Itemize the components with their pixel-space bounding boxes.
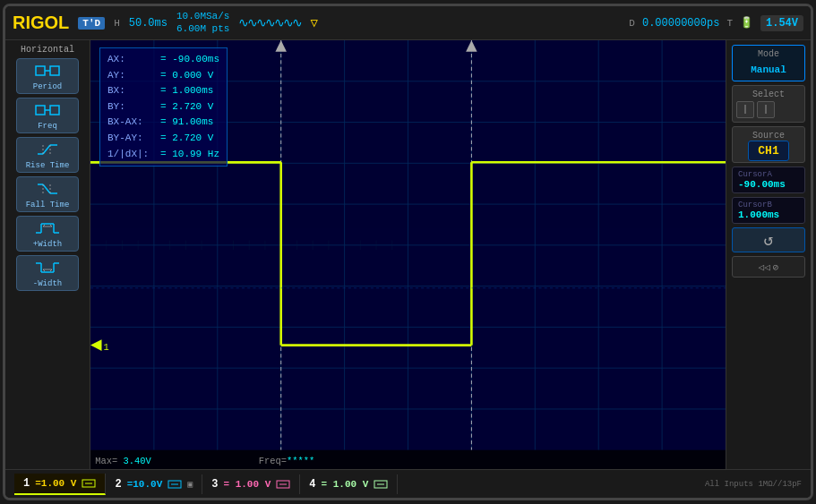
- select-opt1[interactable]: |: [736, 101, 754, 118]
- bx-value: = 1.000ms: [160, 83, 213, 99]
- screen-area: 1 Max= 3.40V Freq= ***** AX: = -90.00ms …: [90, 40, 726, 469]
- select-options: | |: [736, 101, 801, 118]
- channel-2-item[interactable]: 2 =10.0V ▣: [106, 474, 202, 494]
- by-value: = 2.720 V: [160, 99, 213, 115]
- ch2-value: =10.0V: [127, 479, 163, 490]
- svg-text:1: 1: [104, 342, 109, 353]
- ax-label: AX:: [107, 52, 157, 68]
- bxax-label: BX-AX:: [107, 115, 157, 131]
- bxax-value: = 91.00ms: [160, 115, 213, 131]
- ch1-num: 1: [23, 477, 30, 490]
- cursor-a-label: CursorA: [738, 170, 799, 179]
- svg-rect-3: [36, 106, 45, 115]
- fall-time-label: Fall Time: [26, 201, 70, 209]
- svg-rect-4: [50, 106, 59, 115]
- channel-bar: 1 =1.00 V 2 =10.0V ▣ 3 = 1.00 V: [5, 469, 811, 498]
- freq-value: = 10.99 Hz: [160, 147, 219, 163]
- freq-label: 1/|dX|:: [107, 147, 157, 163]
- svg-rect-1: [50, 66, 59, 75]
- freq-icon: [34, 100, 61, 120]
- fall-icon: [34, 179, 61, 199]
- ch3-num: 3: [211, 478, 218, 491]
- ax-value: = -90.00ms: [160, 52, 219, 68]
- by-label: BY:: [107, 99, 157, 115]
- ch1-coupling-icon: [82, 478, 96, 489]
- cursor-b-value: 1.000ms: [738, 209, 799, 220]
- ch3-coupling-icon: [276, 479, 290, 490]
- ch2-num: 2: [115, 478, 121, 491]
- nwidth-label: -Width: [33, 279, 62, 288]
- fall-time-button[interactable]: Fall Time: [16, 176, 79, 212]
- channel-1-item[interactable]: 1 =1.00 V: [14, 474, 106, 495]
- oscilloscope: RIGOL T'D H 50.0ms 10.0MSa/s 6.00M pts ∿…: [3, 4, 813, 500]
- logo: RIGOL: [13, 13, 69, 33]
- ch1-value: =1.00 V: [35, 478, 76, 489]
- select-button[interactable]: Select | |: [732, 85, 805, 123]
- cursor-ab-button[interactable]: ↺: [732, 227, 805, 252]
- period-button[interactable]: Period: [16, 58, 79, 94]
- source-button[interactable]: Source CH1: [732, 126, 805, 163]
- mode-value: Manual: [751, 64, 786, 75]
- ch2-indicator: ▣: [187, 479, 193, 490]
- freq-label: Freq: [38, 122, 57, 131]
- cursor-a-value: -90.00ms: [738, 179, 799, 190]
- ch4-num: 4: [309, 478, 315, 491]
- h-label: H: [114, 18, 120, 29]
- battery-icon: 🔋: [740, 16, 753, 30]
- sound-icon: ◁◁: [759, 261, 770, 273]
- ch3-value: = 1.00 V: [223, 479, 271, 490]
- select-opt2[interactable]: |: [757, 101, 775, 118]
- right-sidebar: Mode Manual Select | | Source CH1 Cursor…: [726, 40, 811, 469]
- mode-button[interactable]: Mode Manual: [732, 45, 805, 81]
- nwidth-button[interactable]: -Width: [16, 255, 79, 291]
- top-bar: RIGOL T'D H 50.0ms 10.0MSa/s 6.00M pts ∿…: [5, 6, 811, 40]
- trigger-indicator: ▽: [310, 15, 317, 30]
- sample-rate: 10.0MSa/s: [176, 11, 229, 22]
- rise-time-label: Rise Time: [26, 161, 70, 170]
- channel-3-item[interactable]: 3 = 1.00 V: [202, 474, 300, 494]
- bx-label: BX:: [107, 83, 157, 99]
- ch2-coupling-icon: [167, 479, 182, 490]
- svg-text:3.40V: 3.40V: [123, 456, 151, 466]
- freq-button[interactable]: Freq: [16, 98, 79, 133]
- rise-icon: [34, 140, 61, 159]
- d-label: D: [629, 18, 635, 29]
- svg-rect-79: [90, 450, 726, 469]
- byay-label: BY-AY:: [107, 131, 157, 147]
- horizontal-label: Horizontal: [21, 45, 74, 55]
- rise-time-button[interactable]: Rise Time: [16, 137, 79, 173]
- cursor-b-label: CursorB: [738, 201, 799, 209]
- time-offset: 0.00000000ps: [642, 17, 719, 30]
- mode-label: Mode: [736, 49, 801, 59]
- timebase-detail: 10.0MSa/s 6.00M pts: [176, 11, 229, 34]
- channel-4-item[interactable]: 4 = 1.00 V: [300, 474, 398, 494]
- voltage-display: 1.54V: [760, 15, 803, 31]
- nwidth-icon: [34, 258, 61, 278]
- cursor-ab-icon: ↺: [764, 230, 774, 250]
- cursor-a-box[interactable]: CursorA -90.00ms: [732, 167, 805, 193]
- select-label: Select: [736, 90, 801, 99]
- svg-line-12: [43, 184, 50, 193]
- pwidth-button[interactable]: +Width: [16, 216, 79, 252]
- td-badge: T'D: [78, 17, 105, 30]
- sound-button[interactable]: ◁◁ ⊘: [732, 256, 805, 278]
- left-sidebar: Horizontal Period Freq: [5, 40, 90, 469]
- mute-icon: ⊘: [773, 261, 779, 273]
- ay-label: AY:: [107, 68, 157, 84]
- source-value: CH1: [748, 141, 788, 161]
- ay-value: = 0.000 V: [160, 68, 213, 84]
- ch4-coupling-icon: [374, 479, 388, 490]
- timebase-value: 50.0ms: [129, 17, 167, 30]
- cursor-info-box: AX: = -90.00ms AY: = 0.000 V BX: = 1.000…: [99, 47, 228, 167]
- period-icon: [34, 61, 61, 81]
- main-content: Horizontal Period Freq: [5, 40, 811, 469]
- pwidth-icon: [34, 218, 61, 238]
- cursor-b-box[interactable]: CursorB 1.000ms: [732, 197, 805, 224]
- svg-text:Max=: Max=: [95, 456, 117, 466]
- sample-pts: 6.00M pts: [176, 23, 229, 35]
- svg-line-7: [43, 145, 50, 154]
- squiggle-icon: ∿∿∿∿∿∿∿: [238, 15, 301, 30]
- d-section: D 0.00000000ps T 🔋 1.54V: [629, 15, 803, 31]
- t-label: T: [726, 18, 733, 29]
- source-label: Source: [736, 131, 801, 141]
